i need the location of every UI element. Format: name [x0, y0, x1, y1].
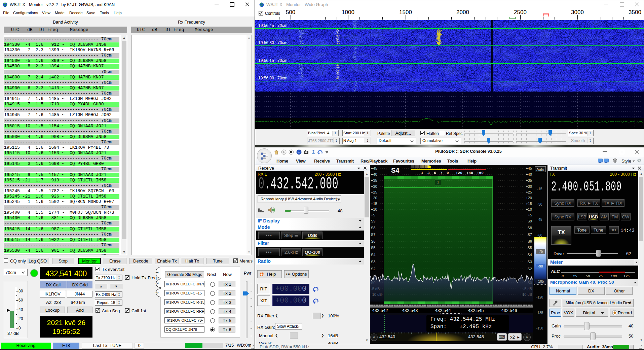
svg-text:2: 2	[155, 282, 159, 284]
svg-text:3: 3	[155, 292, 159, 294]
svg-text:1: 1	[155, 272, 159, 274]
